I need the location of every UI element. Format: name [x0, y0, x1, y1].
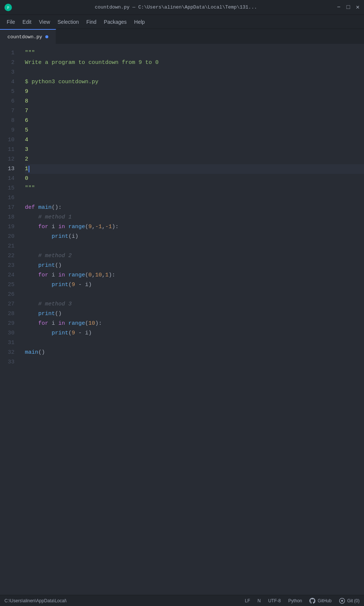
token: from — [122, 58, 135, 68]
code-line-21 — [25, 242, 364, 251]
token: print — [38, 309, 55, 319]
token — [25, 309, 38, 319]
status-indent[interactable]: N — [257, 598, 261, 603]
line-number-25: 25 — [0, 280, 20, 290]
token: - i) — [75, 328, 92, 338]
status-encoding[interactable]: UTF-8 — [268, 598, 281, 603]
menu-packages[interactable]: Packages — [100, 17, 130, 26]
token: 9 — [72, 328, 75, 338]
token: 5 — [25, 126, 28, 135]
token: range — [68, 222, 85, 232]
token: print — [52, 280, 68, 290]
token: ( — [68, 328, 72, 338]
code-line-17: def main(): — [25, 203, 364, 213]
token: () — [55, 261, 62, 270]
token: -1 — [95, 222, 102, 232]
token: 6 — [25, 116, 28, 126]
token: 9 — [88, 222, 92, 232]
statusbar: C:\Users\alinen\AppData\Local\ LF N UTF-… — [0, 595, 364, 606]
line-number-21: 21 — [0, 242, 20, 251]
status-git-label[interactable]: Git (0) — [347, 598, 360, 603]
window-controls: − □ ✕ — [337, 4, 360, 10]
code-line-2: Write a program to countdown from 9 to 0 — [25, 58, 364, 68]
code-line-8: 6 — [25, 116, 364, 126]
code-line-11: 3 — [25, 145, 364, 155]
line-number-15: 15 — [0, 184, 20, 193]
github-icon — [309, 598, 315, 604]
tab-label: countdown.py — [7, 34, 42, 40]
code-line-15: """ — [25, 184, 364, 193]
line-number-2: 2 — [0, 58, 20, 68]
code-area[interactable]: """Write a program to countdown from 9 t… — [20, 44, 364, 595]
code-line-23: print() — [25, 261, 364, 270]
tab-countdown[interactable]: countdown.py — [0, 29, 56, 44]
minimize-button[interactable]: − — [337, 4, 341, 10]
line-number-7: 7 — [0, 106, 20, 116]
line-number-10: 10 — [0, 135, 20, 145]
token: , — [92, 270, 95, 280]
code-line-4: $ python3 countdown.py — [25, 77, 364, 87]
status-github-section: GitHub — [309, 598, 331, 604]
token: -1 — [105, 222, 112, 232]
token — [65, 222, 68, 232]
code-line-13: 1 — [25, 164, 364, 174]
token: () — [38, 348, 45, 357]
token: , — [102, 222, 105, 232]
menu-selection[interactable]: Selection — [54, 17, 83, 26]
titlebar: P countdown.py — C:\Users\alinen\AppData… — [0, 0, 364, 15]
token: range — [68, 319, 85, 328]
token: 9 — [72, 280, 75, 290]
code-line-7: 7 — [25, 106, 364, 116]
token: """ — [25, 48, 35, 58]
token: def — [25, 203, 38, 213]
maximize-button[interactable]: □ — [347, 4, 350, 10]
token: print — [52, 328, 68, 338]
code-line-9: 5 — [25, 126, 364, 135]
status-github-label[interactable]: GitHub — [318, 598, 331, 603]
close-button[interactable]: ✕ — [356, 4, 360, 10]
code-line-28: print() — [25, 309, 364, 319]
line-number-14: 14 — [0, 174, 20, 184]
code-line-26 — [25, 290, 364, 299]
token: 0 — [88, 270, 92, 280]
code-line-27: # method 3 — [25, 299, 364, 309]
token: # method 2 — [38, 251, 72, 261]
status-git-section: Git (0) — [339, 598, 360, 604]
line-number-1: 1 — [0, 48, 20, 58]
token: in — [58, 270, 65, 280]
menu-file[interactable]: File — [3, 17, 19, 26]
line-number-17: 17 — [0, 203, 20, 213]
code-line-33 — [25, 357, 364, 367]
code-line-29: for i in range(10): — [25, 319, 364, 328]
token: 10 — [88, 319, 95, 328]
token: 3 — [25, 145, 28, 155]
code-line-30: print(9 - i) — [25, 328, 364, 338]
line-number-16: 16 — [0, 193, 20, 203]
status-line-ending[interactable]: LF — [245, 598, 250, 603]
token: # method 3 — [38, 299, 72, 309]
line-number-24: 24 — [0, 270, 20, 280]
code-line-5: 9 — [25, 87, 364, 97]
token: ): — [95, 319, 102, 328]
code-line-25: print(9 - i) — [25, 280, 364, 290]
menu-find[interactable]: Find — [82, 17, 100, 26]
status-language[interactable]: Python — [288, 598, 302, 603]
menu-help[interactable]: Help — [130, 17, 149, 26]
token: for — [38, 222, 48, 232]
token: in — [58, 319, 65, 328]
token: 0 — [152, 58, 159, 68]
token: main — [25, 348, 38, 357]
code-line-32: main() — [25, 348, 364, 357]
token: 1 — [105, 270, 108, 280]
menu-view[interactable]: View — [35, 17, 54, 26]
token: in — [58, 222, 65, 232]
token: - i) — [75, 280, 92, 290]
token: ( — [85, 270, 88, 280]
token: print — [52, 232, 68, 242]
line-number-30: 30 — [0, 328, 20, 338]
token — [25, 299, 38, 309]
token: () — [55, 309, 62, 319]
menu-edit[interactable]: Edit — [19, 17, 35, 26]
token: 9 — [25, 87, 28, 97]
token: 10 — [95, 270, 102, 280]
